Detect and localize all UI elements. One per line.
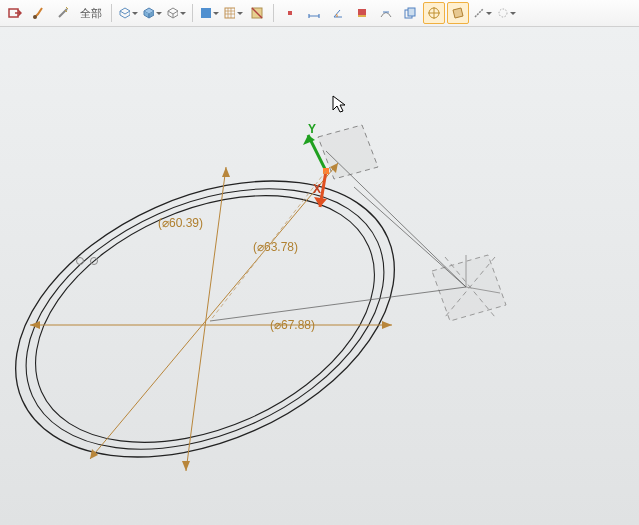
svg-line-28 xyxy=(354,187,466,287)
svg-line-20 xyxy=(90,163,338,459)
measure-point-button[interactable] xyxy=(279,2,301,24)
display-style-button[interactable] xyxy=(141,2,163,24)
section-view-button[interactable] xyxy=(246,2,268,24)
svg-rect-5 xyxy=(288,11,292,15)
exit-sketch-button[interactable] xyxy=(4,2,26,24)
measure-angle-button[interactable] xyxy=(327,2,349,24)
svg-point-11 xyxy=(499,9,507,17)
svg-rect-9 xyxy=(408,8,415,16)
svg-line-17 xyxy=(186,167,226,471)
svg-marker-25 xyxy=(382,321,392,329)
svg-point-1 xyxy=(33,15,37,19)
datum-target-button[interactable] xyxy=(423,2,445,24)
constraint-marker[interactable] xyxy=(77,258,84,265)
axis-x-label: X xyxy=(313,182,321,196)
svg-marker-18 xyxy=(222,167,230,177)
dimension-diam3[interactable]: (⌀67.88) xyxy=(270,318,315,332)
tangent-button[interactable] xyxy=(375,2,397,24)
separator xyxy=(111,4,112,22)
svg-rect-2 xyxy=(201,8,211,18)
svg-marker-19 xyxy=(182,461,190,471)
wireframe-button[interactable] xyxy=(165,2,187,24)
separator xyxy=(273,4,274,22)
spin-button[interactable] xyxy=(495,2,517,24)
svg-marker-32 xyxy=(314,197,327,207)
svg-rect-7 xyxy=(358,15,366,17)
dimension-diam1[interactable]: (⌀60.39) xyxy=(158,216,203,230)
brush-tool-button[interactable] xyxy=(28,2,50,24)
svg-line-26 xyxy=(210,287,466,321)
center-axis xyxy=(210,171,326,321)
separator xyxy=(192,4,193,22)
layer-button[interactable] xyxy=(351,2,373,24)
face-color-button[interactable] xyxy=(198,2,220,24)
datum-plane-button[interactable] xyxy=(447,2,469,24)
datum-axis-button[interactable] xyxy=(471,2,493,24)
main-toolbar: 全部 xyxy=(0,0,639,27)
dimension-lines xyxy=(30,151,466,471)
scope-label: 全部 xyxy=(76,6,106,21)
view-orient-button[interactable] xyxy=(117,2,139,24)
svg-rect-3 xyxy=(225,8,235,18)
dimension-diam2[interactable]: (⌀63.78) xyxy=(253,240,298,254)
viewport-3d[interactable]: (⌀60.39) (⌀63.78) (⌀67.88) Y X xyxy=(0,27,639,525)
copy-geom-button[interactable] xyxy=(399,2,421,24)
wand-tool-button[interactable] xyxy=(52,2,74,24)
sketch-origin-triad[interactable]: Y X xyxy=(303,122,329,207)
sketch-scene: (⌀60.39) (⌀63.78) (⌀67.88) Y X xyxy=(0,27,639,525)
axis-y-label: Y xyxy=(308,122,316,136)
sketch-circles[interactable] xyxy=(0,126,437,512)
measure-dist-button[interactable] xyxy=(303,2,325,24)
grid-toggle-button[interactable] xyxy=(222,2,244,24)
svg-marker-24 xyxy=(30,321,40,329)
